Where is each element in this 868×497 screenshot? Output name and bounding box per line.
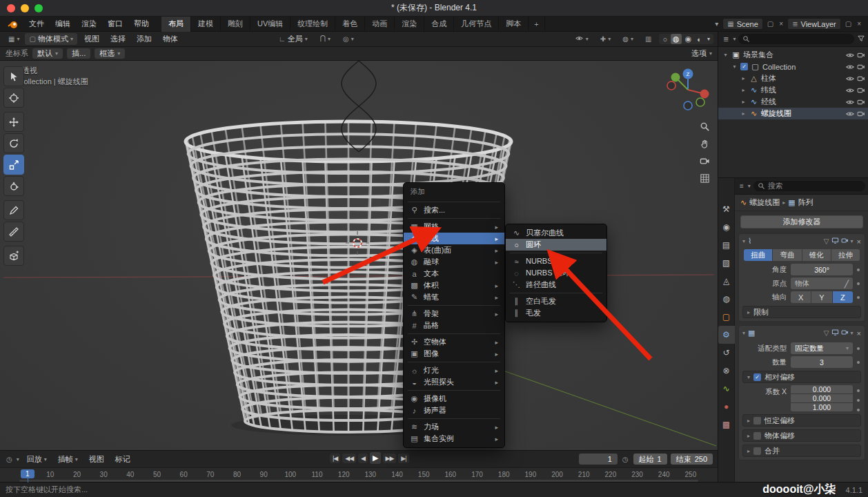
properties-tab-scene[interactable]: ◬	[718, 272, 735, 290]
outliner-item-纬线[interactable]: ▸∿纬线	[718, 84, 868, 96]
properties-tab-tool[interactable]: ⚒	[718, 200, 735, 218]
transform-orientation-selector[interactable]: ∟全局▾	[275, 33, 312, 45]
editor-type-selector[interactable]: ▦▾	[4, 35, 23, 43]
frame-start-field[interactable]: 起始1	[633, 454, 667, 465]
play-reverse-button[interactable]: ◀	[358, 454, 368, 463]
render-toggle[interactable]	[841, 329, 849, 338]
mode-selector[interactable]: ▢物体模式▾	[25, 33, 77, 45]
axis-button-Z[interactable]: Z	[833, 291, 853, 303]
animate-dot[interactable]	[857, 282, 860, 285]
axis-button-X[interactable]: X	[791, 291, 811, 303]
curve-submenu-item-circle[interactable]: ○圆环	[506, 239, 606, 251]
merge-subpanel[interactable]: ▸ 合并	[742, 445, 861, 457]
factor-y-field[interactable]: 0.000	[791, 394, 853, 402]
properties-tab-object[interactable]: ▢	[718, 308, 735, 326]
animate-dot[interactable]	[857, 409, 860, 411]
scene-selector[interactable]: ▦ Scene	[722, 18, 763, 30]
object-offset-subpanel[interactable]: ▸ 物体偏移	[742, 429, 861, 442]
shading-material-button[interactable]: ◉	[683, 34, 694, 44]
camera-view-icon[interactable]	[697, 153, 712, 168]
properties-search-input[interactable]: 搜索	[753, 181, 865, 191]
next-keyframe-button[interactable]: ▶▶	[383, 454, 397, 463]
hide-in-viewport-toggle[interactable]	[846, 110, 854, 118]
select-box-tool[interactable]	[3, 66, 24, 86]
constant-offset-subpanel[interactable]: ▸ 恒定偏移	[742, 414, 861, 427]
curve-submenu-item-bezier-curve[interactable]: ∿贝塞尔曲线	[506, 227, 606, 239]
outliner-editor-icon[interactable]: ≣	[722, 35, 730, 43]
jump-to-start-button[interactable]: |◀	[330, 454, 340, 463]
curve-submenu-item-fur[interactable]: ∥毛发	[506, 307, 606, 319]
properties-tab-texture[interactable]: ▩	[718, 416, 735, 433]
add-menu-item-search[interactable]: ⚲搜索...	[404, 204, 504, 216]
fit-type-dropdown[interactable]: 固定数量▾	[791, 342, 853, 354]
frame-end-field[interactable]: 结束250	[671, 454, 713, 465]
gizmo-neg-y-axis[interactable]	[696, 98, 704, 106]
breadcrumb-object[interactable]: 螺旋线圈	[749, 197, 780, 208]
tool-options-dropdown[interactable]: 选项▾	[691, 48, 712, 59]
properties-tab-view-layer[interactable]: ▧	[718, 254, 735, 272]
deform-mode-锥化[interactable]: 锥化	[802, 249, 831, 261]
viewport-menu-选择[interactable]: 选择	[105, 32, 131, 46]
playhead[interactable]: 1	[21, 469, 34, 478]
browse-scene-icon[interactable]: ▾	[713, 20, 720, 28]
new-view-layer-icon[interactable]: ▢	[844, 20, 853, 28]
timeline-ruler[interactable]: 1 10203040506070809010011012013014015016…	[0, 467, 718, 483]
expand-chevron-icon[interactable]: ▸	[740, 75, 747, 81]
scale-tool[interactable]	[3, 155, 24, 175]
xray-toggle[interactable]: ▥	[641, 35, 655, 43]
axis-button-Y[interactable]: Y	[811, 291, 831, 303]
expand-chevron-icon[interactable]: ▸	[747, 309, 750, 315]
expand-chevron-icon[interactable]: ▸	[747, 448, 750, 454]
curve-submenu-item-path-curve[interactable]: ⋱路径曲线	[506, 279, 606, 291]
delete-modifier-icon[interactable]: ×	[856, 237, 861, 246]
shading-wireframe-button[interactable]: ○	[660, 35, 669, 44]
timeline-menu-插帧[interactable]: 插帧▾	[53, 453, 83, 466]
workspace-tab-建模[interactable]: 建模	[191, 17, 221, 32]
hide-in-viewport-toggle[interactable]	[846, 51, 854, 59]
modifier-extras-icon[interactable]: ▾	[851, 330, 854, 336]
blender-logo-icon[interactable]	[6, 19, 21, 30]
animate-dot[interactable]	[857, 389, 860, 392]
workspace-tab-渲染[interactable]: 渲染	[395, 17, 424, 32]
new-scene-icon[interactable]: ▢	[766, 20, 775, 28]
navigation-gizmo[interactable]: Z	[662, 62, 716, 116]
curve-submenu-item-empty-hair[interactable]: ∥空白毛发	[506, 295, 606, 307]
realtime-toggle[interactable]	[831, 237, 839, 246]
hide-in-viewport-toggle[interactable]	[846, 63, 854, 71]
app-menu-窗口[interactable]: 窗口	[102, 17, 128, 30]
orientation-preset-dropdown[interactable]: 默认▾	[32, 48, 63, 59]
delete-modifier-icon[interactable]: ×	[856, 329, 861, 338]
add-menu-item-image[interactable]: ▣图像▸	[404, 348, 504, 360]
workspace-tab-几何节点[interactable]: 几何节点	[454, 17, 499, 32]
disable-in-renders-toggle[interactable]	[857, 86, 865, 95]
prev-keyframe-button[interactable]: ◀◀	[342, 454, 356, 463]
simple-deform-header[interactable]: ▾ ⌇ ▽ ▾ ×	[739, 234, 865, 248]
move-tool[interactable]	[3, 112, 24, 132]
merge-checkbox[interactable]	[753, 447, 761, 455]
factor-x-field[interactable]: 0.000	[791, 385, 853, 393]
animate-dot[interactable]	[857, 361, 860, 364]
edit-mode-toggle[interactable]: ▽	[824, 329, 829, 337]
hide-in-viewport-toggle[interactable]	[846, 98, 854, 106]
add-modifier-button[interactable]: 添加修改器	[740, 215, 863, 228]
snap-settings-button[interactable]: 插...	[67, 48, 90, 59]
gizmo-neg-x-axis[interactable]	[667, 81, 675, 90]
add-menu-item-armature[interactable]: ⋔骨架▸	[404, 308, 504, 320]
disable-in-renders-toggle[interactable]	[857, 75, 865, 83]
viewport-menu-视图[interactable]: 视图	[79, 32, 105, 46]
measure-tool[interactable]	[3, 222, 24, 242]
workspace-tab-动画[interactable]: 动画	[365, 17, 395, 32]
add-menu-item-lattice[interactable]: #晶格	[404, 320, 504, 331]
add-menu-item-light[interactable]: ☼灯光▸	[404, 364, 504, 376]
annotate-tool[interactable]	[3, 200, 24, 220]
view-layer-selector[interactable]: ≣ ViewLayer	[787, 18, 841, 30]
collection-checkbox[interactable]: ✓	[740, 63, 748, 70]
add-menu-item-collection-instance[interactable]: ▤集合实例▸	[404, 433, 504, 445]
restrictions-subpanel[interactable]: ▸ 限制	[742, 306, 861, 318]
viewport-menu-添加[interactable]: 添加	[131, 32, 157, 46]
3d-viewport[interactable]: 用户透视 (1) Collection | 螺旋线圈 Z	[0, 61, 718, 450]
add-workspace-button[interactable]: +	[529, 17, 544, 32]
play-button[interactable]: ▶	[370, 452, 380, 464]
animate-dot[interactable]	[857, 347, 860, 350]
shading-solid-button[interactable]: ◍	[671, 34, 682, 44]
